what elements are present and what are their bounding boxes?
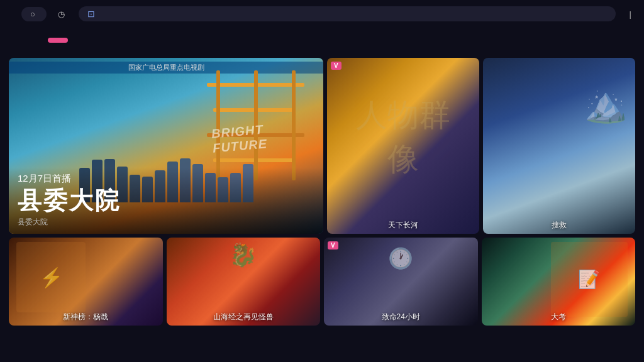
card-sousou[interactable]: 🏔️ 搜救 xyxy=(483,58,635,234)
nav-item-education[interactable] xyxy=(203,38,213,43)
card-label-sousou: 搜救 xyxy=(483,220,635,231)
navigation xyxy=(0,28,644,53)
nav-item-movies[interactable] xyxy=(87,38,97,43)
card-daokao[interactable]: 📝 大考 xyxy=(482,238,636,326)
time-display: | xyxy=(627,9,634,19)
card-xinshen[interactable]: ⚡ 新神榜：杨戬 xyxy=(9,238,163,326)
nav-item-series[interactable] xyxy=(116,38,126,43)
featured-card[interactable]: 国家广电总局重点电视剧 BRIGHTFUTURE 12月7日首播 县委大院 县委… xyxy=(9,58,323,234)
clock-icon: ◷ xyxy=(58,9,65,19)
featured-overlay: 12月7日首播 县委大院 县委大院 xyxy=(9,168,323,234)
v-badge-zhiming: V xyxy=(328,241,338,250)
card-label-tianxia: 天下长河 xyxy=(327,220,479,231)
nav-item-variety[interactable] xyxy=(145,38,155,43)
message-icon: ⊡ xyxy=(87,9,95,19)
content-grid: 国家广电总局重点电视剧 BRIGHTFUTURE 12月7日首播 县委大院 县委… xyxy=(0,53,644,362)
card-tianxia[interactable]: 人物群像 V 天下长河 xyxy=(327,58,479,234)
card-label-daokao: 大考 xyxy=(482,312,636,322)
nav-item-anime[interactable] xyxy=(174,38,184,43)
featured-date: 12月7日首播 xyxy=(18,173,314,185)
message-bar: ⊡ xyxy=(79,6,616,21)
card-label-xinshen: 新神榜：杨戬 xyxy=(9,312,163,322)
history-button[interactable]: ◷ xyxy=(58,9,67,19)
card-label-zhiming: 致命24小时 xyxy=(324,312,478,322)
nav-item-mine[interactable] xyxy=(19,38,29,43)
bright-future-text: BRIGHTFUTURE xyxy=(211,123,268,156)
header: ○ ◷ ⊡ | xyxy=(0,0,644,28)
nav-item-opera[interactable] xyxy=(231,38,242,43)
nav-item-dance[interactable] xyxy=(260,38,270,43)
search-button[interactable]: ○ xyxy=(21,7,47,21)
v-badge-tianxia: V xyxy=(331,62,341,70)
featured-subtitle: 县委大院 xyxy=(18,217,314,228)
card-label-shanhai: 山海经之再见怪兽 xyxy=(167,312,321,322)
nav-item-featured[interactable] xyxy=(48,38,68,43)
featured-title: 县委大院 xyxy=(18,185,314,217)
search-icon: ○ xyxy=(30,9,35,19)
card-shanhai[interactable]: 🐉 山海经之再见怪兽 xyxy=(167,238,321,326)
bottom-row: ⚡ 新神榜：杨戬 🐉 山海经之再见怪兽 🕐 V 致命24小时 📝 大考 xyxy=(9,238,635,326)
card-zhiming[interactable]: 🕐 V 致命24小时 xyxy=(324,238,478,326)
